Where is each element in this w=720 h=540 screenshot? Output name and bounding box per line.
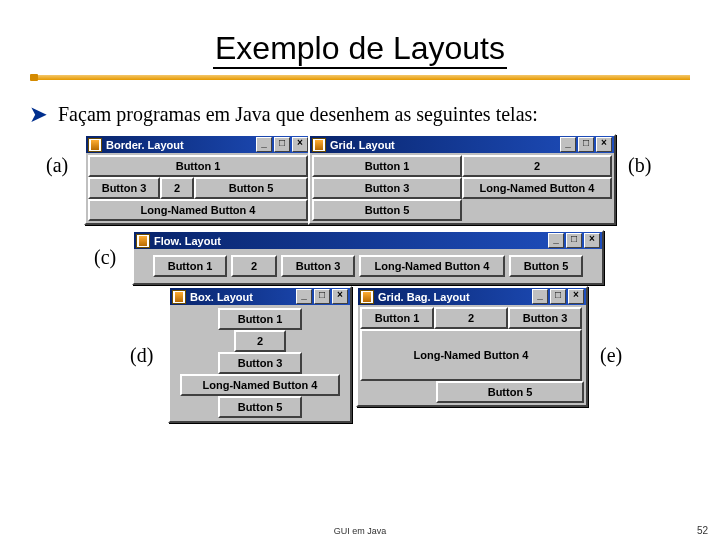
callout-b: (b) <box>628 154 651 177</box>
window-title: Grid. Layout <box>330 139 560 151</box>
gridbag-button-3[interactable]: Button 3 <box>508 307 582 329</box>
gridbag-button-5[interactable]: Button 5 <box>436 381 584 403</box>
java-cup-icon <box>172 290 186 304</box>
callout-e: (e) <box>600 344 622 367</box>
intro-line: ➤ Façam programas em Java que desenhem a… <box>30 102 690 126</box>
callout-c: (c) <box>94 246 116 269</box>
window-flow-layout: Flow. Layout _ □ × Button 1 2 Button 3 L… <box>132 230 604 285</box>
close-button[interactable]: × <box>568 289 584 304</box>
titlebar[interactable]: Box. Layout _ □ × <box>170 288 350 305</box>
button-east[interactable]: Button 5 <box>194 177 308 199</box>
titlebar[interactable]: Flow. Layout _ □ × <box>134 232 602 249</box>
window-title: Box. Layout <box>190 291 296 303</box>
screens-canvas: (a) (b) (c) (d) (e) Border. Layout _ □ ×… <box>30 134 690 514</box>
grid-cell-r1c1[interactable]: Button 1 <box>312 155 462 177</box>
maximize-button[interactable]: □ <box>314 289 330 304</box>
minimize-button[interactable]: _ <box>560 137 576 152</box>
close-button[interactable]: × <box>584 233 600 248</box>
flow-button-5[interactable]: Button 5 <box>509 255 583 277</box>
window-grid-bag-layout: Grid. Bag. Layout _ □ × Button 1 2 Butto… <box>356 286 588 407</box>
maximize-button[interactable]: □ <box>550 289 566 304</box>
flow-button-1[interactable]: Button 1 <box>153 255 227 277</box>
grid-cell-r2c2[interactable]: Long-Named Button 4 <box>462 177 612 199</box>
button-center[interactable]: 2 <box>160 177 194 199</box>
titlebar[interactable]: Border. Layout _ □ × <box>86 136 310 153</box>
window-grid-layout: Grid. Layout _ □ × Button 1 2 Button 3 L… <box>308 134 616 225</box>
gridbag-button-1[interactable]: Button 1 <box>360 307 434 329</box>
button-west[interactable]: Button 3 <box>88 177 160 199</box>
title-underline <box>30 75 690 80</box>
window-title: Flow. Layout <box>154 235 548 247</box>
flow-button-4[interactable]: Long-Named Button 4 <box>359 255 505 277</box>
box-button-1[interactable]: Button 1 <box>218 308 302 330</box>
titlebar[interactable]: Grid. Layout _ □ × <box>310 136 614 153</box>
window-border-layout: Border. Layout _ □ × Button 1 Button 3 2… <box>84 134 312 225</box>
callout-d: (d) <box>130 344 153 367</box>
intro-text: Façam programas em Java que desenhem as … <box>58 103 538 125</box>
button-north[interactable]: Button 1 <box>88 155 308 177</box>
bullet-arrow-icon: ➤ <box>30 103 47 125</box>
footer-text: GUI em Java <box>334 526 387 536</box>
minimize-button[interactable]: _ <box>532 289 548 304</box>
maximize-button[interactable]: □ <box>578 137 594 152</box>
gridbag-button-4[interactable]: Long-Named Button 4 <box>360 329 582 381</box>
window-box-layout: Box. Layout _ □ × Button 1 2 Button 3 Lo… <box>168 286 352 423</box>
box-button-5[interactable]: Button 5 <box>218 396 302 418</box>
button-south[interactable]: Long-Named Button 4 <box>88 199 308 221</box>
box-button-2[interactable]: 2 <box>234 330 286 352</box>
callout-a: (a) <box>46 154 68 177</box>
gridbag-button-2[interactable]: 2 <box>434 307 508 329</box>
flow-button-3[interactable]: Button 3 <box>281 255 355 277</box>
minimize-button[interactable]: _ <box>296 289 312 304</box>
window-title: Border. Layout <box>106 139 256 151</box>
close-button[interactable]: × <box>292 137 308 152</box>
slide-title: Exemplo de Layouts <box>213 30 507 69</box>
titlebar[interactable]: Grid. Bag. Layout _ □ × <box>358 288 586 305</box>
box-button-3[interactable]: Button 3 <box>218 352 302 374</box>
grid-cell-r2c1[interactable]: Button 3 <box>312 177 462 199</box>
close-button[interactable]: × <box>332 289 348 304</box>
java-cup-icon <box>312 138 326 152</box>
close-button[interactable]: × <box>596 137 612 152</box>
minimize-button[interactable]: _ <box>548 233 564 248</box>
grid-cell-r3c1[interactable]: Button 5 <box>312 199 462 221</box>
java-cup-icon <box>136 234 150 248</box>
box-button-4[interactable]: Long-Named Button 4 <box>180 374 340 396</box>
minimize-button[interactable]: _ <box>256 137 272 152</box>
maximize-button[interactable]: □ <box>274 137 290 152</box>
java-cup-icon <box>88 138 102 152</box>
maximize-button[interactable]: □ <box>566 233 582 248</box>
page-number: 52 <box>697 525 708 536</box>
window-title: Grid. Bag. Layout <box>378 291 532 303</box>
java-cup-icon <box>360 290 374 304</box>
flow-button-2[interactable]: 2 <box>231 255 277 277</box>
grid-cell-r1c2[interactable]: 2 <box>462 155 612 177</box>
